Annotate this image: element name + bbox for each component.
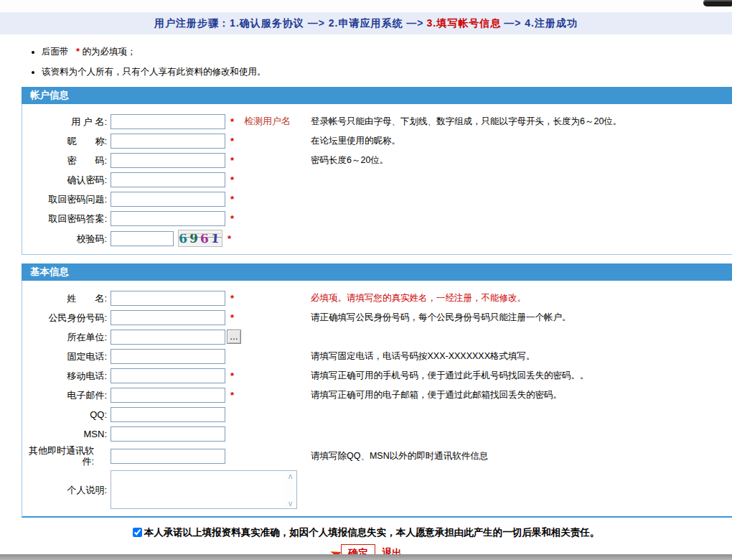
- form-row-other-im: 其他即时通讯软件: 请填写除QQ、MSN以外的即时通讯软件信息: [22, 445, 732, 467]
- nickname-help: 在论坛里使用的昵称。: [311, 135, 400, 147]
- qq-label: QQ:: [22, 409, 107, 420]
- description-label: 个人说明:: [22, 485, 107, 495]
- username-input[interactable]: [111, 114, 225, 129]
- captcha-digit-4: 1: [210, 231, 222, 246]
- organization-input[interactable]: [111, 330, 225, 345]
- username-required-star: *: [230, 116, 234, 127]
- account-section-title: 帐户信息: [22, 87, 732, 104]
- form-row-confirm-password: 确认密码: *: [22, 172, 732, 187]
- id-number-required-star: *: [230, 312, 234, 323]
- real-name-required-star: *: [230, 293, 234, 304]
- retrieve-question-label: 取回密码问题:: [22, 194, 107, 205]
- password-required-star: *: [230, 155, 234, 166]
- form-row-description: 个人说明: ∧ ∨: [22, 470, 732, 509]
- organization-label: 所在单位:: [22, 332, 107, 342]
- notes-list: 后面带 * 的为必填项； 该资料为个人所有，只有个人享有此资料的修改和使用。: [42, 46, 732, 78]
- note-privacy: 该资料为个人所有，只有个人享有此资料的修改和使用。: [42, 66, 732, 78]
- id-number-label: 公民身份号码:: [22, 312, 107, 323]
- email-input[interactable]: [111, 388, 225, 403]
- mobile-label: 移动电话:: [22, 370, 107, 381]
- scroll-down-icon[interactable]: ∨: [287, 500, 293, 507]
- captcha-image: 6961: [178, 230, 222, 247]
- retrieve-question-input[interactable]: [111, 192, 225, 207]
- username-label: 用 户 名:: [22, 116, 107, 127]
- form-row-retrieve-answer: 取回密码答案: *: [22, 210, 732, 226]
- nickname-label: 昵 称:: [22, 136, 107, 146]
- account-section-body: 用 户 名: * 检测用户名 登录帐号只能由字母、下划线、数字组成，只能以字母开…: [22, 104, 732, 255]
- form-row-qq: QQ:: [22, 406, 732, 422]
- note1-post: 的为必填项；: [80, 47, 136, 57]
- bottom-bar: [0, 554, 732, 560]
- note-required-fields: 后面带 * 的为必填项；: [42, 46, 732, 58]
- form-row-organization: 所在单位: …: [22, 329, 732, 345]
- form-row-nickname: 昵 称: * 在论坛里使用的昵称。: [22, 133, 732, 149]
- personal-description-textarea[interactable]: [111, 471, 284, 508]
- form-row-msn: MSN:: [22, 426, 732, 442]
- other-im-help: 请填写除QQ、MSN以外的即时通讯软件信息: [311, 450, 488, 462]
- check-username-link[interactable]: 检测用户名: [244, 115, 291, 128]
- form-row-email: 电子邮件: * 请填写正确可用的电子邮箱，便于通过此邮箱找回丢失的密码。: [22, 387, 732, 403]
- landline-label: 固定电话:: [22, 351, 107, 362]
- mobile-help: 请填写正确可用的手机号码，便于通过此手机号码找回丢失的密码。。: [311, 370, 589, 382]
- captcha-digit-1: 6: [179, 231, 190, 246]
- form-row-id-number: 公民身份号码: * 请正确填写公民身份号码，每个公民身份号码只能注册一个帐户。: [22, 309, 732, 325]
- other-im-input[interactable]: [111, 449, 225, 464]
- nickname-required-star: *: [230, 136, 234, 146]
- confirm-password-required-star: *: [230, 174, 234, 185]
- nickname-input[interactable]: [111, 134, 225, 149]
- agreement-row: 本人承诺以上填报资料真实准确，如因个人填报信息失实，本人愿意承担由此产生的一切后…: [0, 526, 732, 539]
- captcha-label: 校验码:: [22, 233, 107, 244]
- scroll-up-icon[interactable]: ∧: [287, 472, 293, 480]
- retrieve-answer-input[interactable]: [111, 211, 225, 226]
- retrieve-answer-label: 取回密码答案:: [22, 213, 107, 224]
- form-row-password: 密 码: * 密码长度6～20位。: [22, 152, 732, 168]
- username-help: 登录帐号只能由字母、下划线、数字组成，只能以字母开头，长度为6～20位。: [311, 116, 621, 128]
- captcha-input[interactable]: [111, 231, 174, 246]
- email-help: 请填写正确可用的电子邮箱，便于通过此邮箱找回丢失的密码。: [311, 389, 562, 401]
- id-number-help: 请正确填写公民身份号码，每个公民身份号码只能注册一个帐户。: [311, 312, 571, 324]
- email-label: 电子邮件:: [22, 390, 107, 401]
- steps-current-step: 3.填写帐号信息: [426, 17, 501, 30]
- agreement-checkbox[interactable]: [133, 528, 142, 537]
- organization-browse-button[interactable]: …: [227, 330, 241, 344]
- real-name-label: 姓 名:: [22, 293, 107, 304]
- confirm-password-input[interactable]: [111, 172, 225, 187]
- agreement-text: 本人承诺以上填报资料真实准确，如因个人填报信息失实，本人愿意承担由此产生的一切后…: [144, 527, 600, 538]
- msn-input[interactable]: [111, 426, 225, 442]
- other-im-label: 其他即时通讯软件:: [22, 445, 94, 467]
- password-label: 密 码:: [22, 155, 107, 166]
- registration-steps-bar: 用户注册步骤：1.确认服务协议 —> 2.申请应用系统 —> 3.填写帐号信息 …: [0, 12, 732, 34]
- steps-prefix: 用户注册步骤：1.确认服务协议 —> 2.申请应用系统 —>: [154, 17, 423, 30]
- basic-section-title: 基本信息: [22, 263, 732, 281]
- form-row-landline: 固定电话: 请填写固定电话，电话号码按XXX-XXXXXXX格式填写。: [22, 348, 732, 364]
- id-number-input[interactable]: [111, 310, 225, 325]
- form-row-mobile: 移动电话: * 请填写正确可用的手机号码，便于通过此手机号码找回丢失的密码。。: [22, 368, 732, 383]
- captcha-required-star: *: [227, 233, 231, 244]
- email-required-star: *: [230, 390, 234, 401]
- mobile-required-star: *: [230, 370, 234, 381]
- form-row-real-name: 姓 名: * 必填项。请填写您的真实姓名，一经注册，不能修改。: [22, 290, 732, 306]
- steps-suffix: —> 4.注册成功: [504, 17, 578, 30]
- msn-label: MSN:: [22, 429, 107, 439]
- form-row-captcha: 校验码: 6961 *: [22, 230, 732, 247]
- confirm-password-label: 确认密码:: [22, 174, 107, 185]
- real-name-help: 必填项。请填写您的真实姓名，一经注册，不能修改。: [311, 292, 526, 304]
- password-help: 密码长度6～20位。: [311, 154, 388, 167]
- qq-input[interactable]: [111, 407, 225, 422]
- form-row-retrieve-question: 取回密码问题: *: [22, 191, 732, 207]
- account-info-panel: 帐户信息 用 户 名: * 检测用户名 登录帐号只能由字母、下划线、数字组成，只…: [22, 87, 732, 255]
- personal-description-box: ∧ ∨: [111, 470, 297, 509]
- textarea-scrollbar[interactable]: ∧ ∨: [284, 471, 296, 508]
- basic-section-body: 姓 名: * 必填项。请填写您的真实姓名，一经注册，不能修改。 公民身份号码: …: [22, 281, 732, 518]
- note1-pre: 后面带: [42, 47, 71, 57]
- basic-info-panel: 基本信息 姓 名: * 必填项。请填写您的真实姓名，一经注册，不能修改。 公民身…: [22, 263, 732, 518]
- form-row-username: 用 户 名: * 检测用户名 登录帐号只能由字母、下划线、数字组成，只能以字母开…: [22, 113, 732, 129]
- landline-input[interactable]: [111, 349, 225, 364]
- password-input[interactable]: [111, 153, 225, 168]
- retrieve-question-required-star: *: [230, 194, 234, 205]
- real-name-input[interactable]: [111, 291, 225, 306]
- mobile-input[interactable]: [111, 368, 225, 383]
- retrieve-answer-required-star: *: [230, 213, 234, 224]
- top-strip: [0, 0, 732, 12]
- landline-help: 请填写固定电话，电话号码按XXX-XXXXXXX格式填写。: [311, 350, 535, 363]
